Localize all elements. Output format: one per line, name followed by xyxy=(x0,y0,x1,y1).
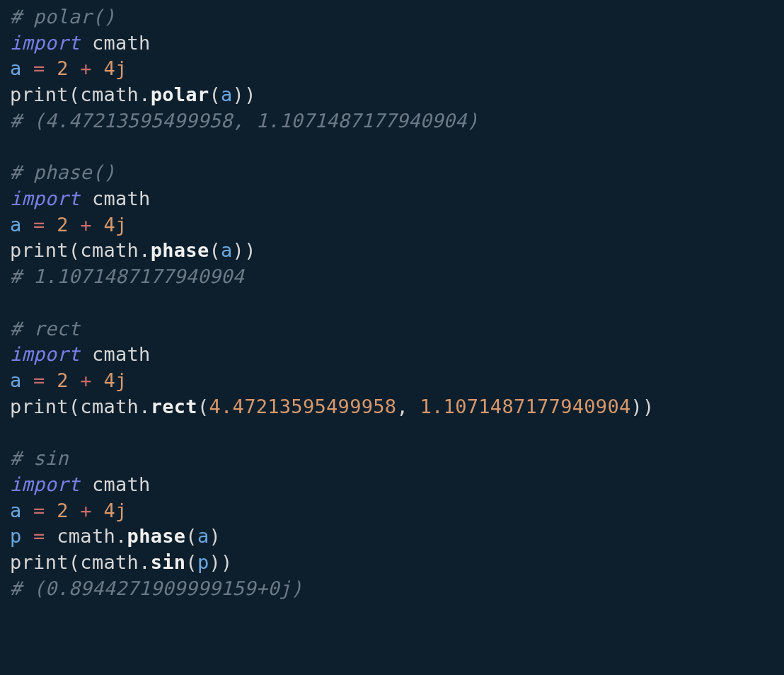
func-phase: phase xyxy=(127,525,186,547)
dot: . xyxy=(139,396,151,417)
op-plus: + xyxy=(69,214,104,236)
ref-cmath: cmath xyxy=(80,551,139,573)
ref-cmath: cmath xyxy=(57,525,115,547)
paren: ( xyxy=(197,396,209,417)
num-2: 2 xyxy=(57,57,69,79)
func-print: print xyxy=(10,239,69,261)
keyword-import: import xyxy=(10,188,80,209)
paren: ( xyxy=(185,525,197,547)
module-cmath: cmath xyxy=(80,32,150,54)
func-rect: rect xyxy=(151,396,197,417)
arg-num2: 1.1071487177940904 xyxy=(420,396,631,417)
keyword-import: import xyxy=(10,343,80,365)
arg-num1: 4.47213595499958 xyxy=(209,396,396,417)
op-assign: = xyxy=(22,369,57,391)
comment-output-phase: # 1.1071487177940904 xyxy=(10,265,244,287)
op-assign: = xyxy=(22,500,57,521)
comment-output-polar: # (4.47213595499958, 1.1071487177940904) xyxy=(10,110,478,132)
var-a: a xyxy=(10,57,22,79)
ref-cmath: cmath xyxy=(80,239,139,261)
var-a: a xyxy=(10,214,22,236)
arg-p: p xyxy=(197,551,209,573)
paren: ( xyxy=(69,551,81,573)
num-4j: 4j xyxy=(103,57,127,79)
func-print: print xyxy=(10,551,69,573)
num-4j: 4j xyxy=(103,500,127,521)
ref-cmath: cmath xyxy=(80,396,139,417)
num-2: 2 xyxy=(57,500,69,521)
op-plus: + xyxy=(69,57,104,79)
paren: ( xyxy=(69,396,81,417)
arg-a: a xyxy=(197,525,209,547)
paren: )) xyxy=(233,83,256,105)
module-cmath: cmath xyxy=(80,343,150,365)
comment-polar: # polar() xyxy=(10,6,115,28)
var-p: p xyxy=(10,525,22,547)
keyword-import: import xyxy=(10,473,80,495)
arg-a: a xyxy=(221,83,233,105)
ref-cmath: cmath xyxy=(80,83,139,105)
dot: . xyxy=(139,239,151,261)
func-sin: sin xyxy=(151,551,186,573)
comment-output-sin: # (0.8944271909999159+0j) xyxy=(10,577,303,599)
op-plus: + xyxy=(69,500,104,521)
num-2: 2 xyxy=(57,369,69,391)
dot: . xyxy=(139,551,151,573)
arg-a: a xyxy=(221,239,233,261)
var-a: a xyxy=(10,369,22,391)
op-assign: = xyxy=(22,525,57,547)
func-phase: phase xyxy=(151,239,209,261)
dot: . xyxy=(115,525,127,547)
func-print: print xyxy=(10,396,69,417)
comment-rect: # rect xyxy=(10,318,80,340)
paren: )) xyxy=(209,551,232,573)
paren: ( xyxy=(69,239,81,261)
comma: , xyxy=(396,396,420,417)
num-2: 2 xyxy=(57,214,69,236)
code-block: # polar() import cmath a = 2 + 4j print(… xyxy=(0,0,784,602)
func-print: print xyxy=(10,83,69,105)
module-cmath: cmath xyxy=(80,188,150,209)
num-4j: 4j xyxy=(103,369,127,391)
var-a: a xyxy=(10,500,22,521)
dot: . xyxy=(139,83,151,105)
paren: ( xyxy=(209,239,221,261)
paren: )) xyxy=(233,239,256,261)
paren: )) xyxy=(631,396,655,417)
keyword-import: import xyxy=(10,32,80,54)
func-polar: polar xyxy=(151,83,209,105)
comment-sin: # sin xyxy=(10,447,69,469)
op-plus: + xyxy=(69,369,104,391)
comment-phase: # phase() xyxy=(10,161,115,183)
op-assign: = xyxy=(22,57,57,79)
paren: ( xyxy=(69,83,81,105)
paren: ( xyxy=(209,83,221,105)
paren: ( xyxy=(185,551,197,573)
op-assign: = xyxy=(22,214,57,236)
module-cmath: cmath xyxy=(80,473,150,495)
paren: ) xyxy=(209,525,221,547)
num-4j: 4j xyxy=(103,214,127,236)
